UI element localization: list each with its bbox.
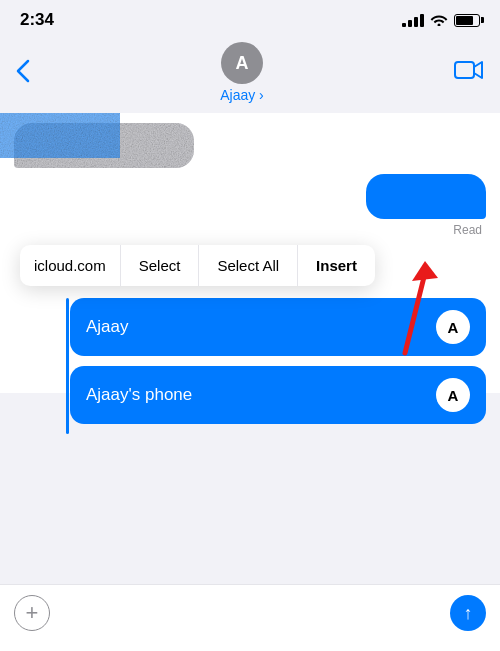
contact-name-ajaay: Ajaay bbox=[86, 317, 129, 337]
context-prefix: icloud.com bbox=[20, 245, 121, 286]
contact-avatar-ajaay: A bbox=[436, 310, 470, 344]
status-icons bbox=[402, 12, 480, 29]
svg-marker-4 bbox=[412, 261, 438, 281]
messages-area: Read icloud.com Select Select All Insert… bbox=[0, 113, 500, 393]
contact-avatar-ajaay-phone: A bbox=[436, 378, 470, 412]
video-call-button[interactable] bbox=[454, 59, 484, 87]
message-bubble-sent bbox=[366, 174, 486, 219]
red-arrow-annotation bbox=[370, 253, 440, 377]
contact-name: Ajaay bbox=[220, 87, 264, 103]
add-button[interactable]: + bbox=[14, 595, 50, 631]
contact-info[interactable]: A Ajaay bbox=[220, 42, 264, 103]
context-menu: icloud.com Select Select All Insert bbox=[20, 245, 375, 286]
select-button[interactable]: Select bbox=[121, 245, 200, 286]
select-all-button[interactable]: Select All bbox=[199, 245, 298, 286]
svg-line-3 bbox=[405, 273, 425, 353]
bottom-bar: + ↑ bbox=[0, 584, 500, 651]
status-bar: 2:34 bbox=[0, 0, 500, 36]
send-button[interactable]: ↑ bbox=[450, 595, 486, 631]
insert-button[interactable]: Insert bbox=[298, 245, 375, 286]
signal-icon bbox=[402, 13, 424, 27]
back-button[interactable] bbox=[16, 59, 30, 87]
status-time: 2:34 bbox=[20, 10, 54, 30]
wifi-icon bbox=[430, 12, 448, 29]
battery-icon bbox=[454, 14, 480, 27]
read-label: Read bbox=[0, 223, 500, 237]
nav-header: A Ajaay bbox=[0, 36, 500, 113]
avatar: A bbox=[221, 42, 263, 84]
svg-rect-0 bbox=[455, 62, 474, 78]
contact-name-ajaay-phone: Ajaay's phone bbox=[86, 385, 192, 405]
